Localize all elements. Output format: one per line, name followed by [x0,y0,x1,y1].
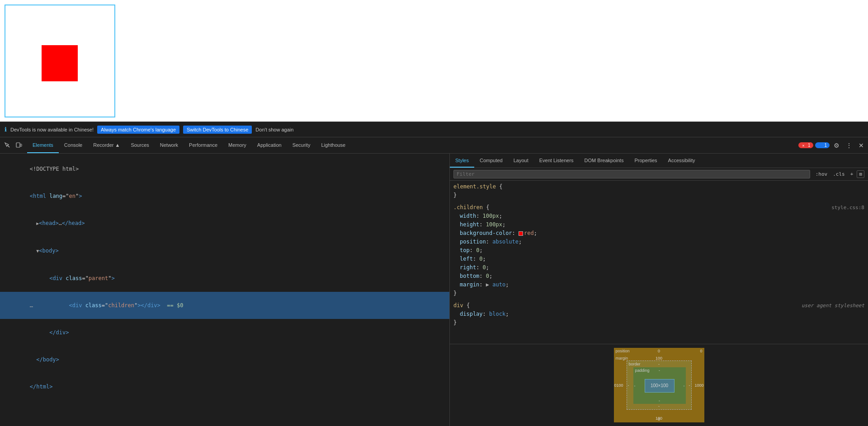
dom-div-children[interactable]: … <div class="children"></div> == $0 [0,292,449,319]
prop-margin[interactable]: margin: ▶ auto; [453,281,864,289]
children-style-block: .children { style.css:8 width: 100px; he… [453,203,864,298]
svg-rect-2 [20,144,22,146]
filter-options: :hov .cls + ⊞ [814,170,864,178]
dom-html[interactable]: <html lang="en"> [0,183,449,210]
svg-rect-1 [16,143,20,147]
styles-tab-computed[interactable]: Computed [474,154,508,168]
info-icon: ℹ [5,126,7,133]
children-selector-line: .children { style.css:8 [453,203,864,212]
browser-preview [0,0,868,122]
padding-bottom-val: - [659,398,660,403]
warning-badge: 1 [815,142,830,148]
devtools-right-icons: ✕ 1 1 ⚙ ⋮ ✕ [798,140,866,150]
svg-text:✕: ✕ [802,144,805,147]
dom-body-close[interactable]: </body> [0,346,449,373]
dom-panel: <!DOCTYPE html> <html lang="en"> ▶<head>… [0,154,450,426]
filter-cls-button[interactable]: .cls [831,171,847,178]
prop-display[interactable]: display: block; [453,310,864,318]
prop-bottom[interactable]: bottom: 0; [453,272,864,281]
styles-filter-bar: :hov .cls + ⊞ [450,168,868,181]
box-border-layer: border - - - - padding - - - - 100×100 [627,360,692,410]
filter-expand-button[interactable]: ⊞ [857,170,864,178]
dom-doctype[interactable]: <!DOCTYPE html> [0,155,449,183]
element-style-close: } [453,191,864,200]
devtools-body: <!DOCTYPE html> <html lang="en"> ▶<head>… [0,154,868,426]
styles-tab-styles[interactable]: Styles [450,154,474,168]
filter-hov-button[interactable]: :hov [814,171,830,178]
pos-left-val: 0 [614,383,617,388]
tab-security[interactable]: Security [287,137,316,153]
div-style-block: div { user agent stylesheet display: blo… [453,301,864,327]
element-style-selector: element.style { [453,183,864,191]
always-match-button[interactable]: Always match Chrome's language [97,126,179,134]
styles-tab-event-listeners[interactable]: Event Listeners [534,154,579,168]
filter-plus-button[interactable]: + [849,171,855,178]
margin-left-val: 100 [617,383,623,388]
prop-left[interactable]: left: 0; [453,255,864,263]
error-badge: ✕ 1 [798,142,813,148]
border-left-val: - [628,383,629,388]
styles-tab-properties[interactable]: Properties [629,154,662,168]
styles-tab-dom-breakpoints[interactable]: DOM Breakpoints [579,154,629,168]
styles-tab-accessibility[interactable]: Accessibility [663,154,701,168]
notification-bar: ℹ DevTools is now available in Chinese! … [0,122,868,137]
dom-html-close[interactable]: </html> [0,373,449,400]
styles-filter-input[interactable] [453,170,810,178]
content-size: 100×100 [651,383,668,388]
prop-right[interactable]: right: 0; [453,263,864,272]
tab-lighthouse[interactable]: Lighthouse [316,137,351,153]
settings-button[interactable]: ⚙ [831,140,842,150]
styles-tabs: Styles Computed Layout Event Listeners D… [450,154,868,168]
tab-sources[interactable]: Sources [125,137,154,153]
switch-devtools-button[interactable]: Switch DevTools to Chinese [183,126,252,134]
box-model: position 0 margin 100 100 100 100 0 0 0 … [450,344,868,426]
tab-application[interactable]: Application [252,137,287,153]
position-val: 0 [700,349,702,353]
border-right-val: - [689,383,690,388]
padding-right-val: - [684,384,685,388]
close-devtools-button[interactable]: ✕ [856,140,866,150]
prop-top[interactable]: top: 0; [453,246,864,255]
tab-recorder[interactable]: Recorder ▲ [88,137,125,153]
prop-height[interactable]: height: 100px; [453,220,864,229]
dom-body[interactable]: ▼<body> [0,237,449,265]
tab-network[interactable]: Network [155,137,184,153]
styles-content: element.style { } .children { style.css:… [450,181,868,344]
dont-show-button[interactable]: Don't show again [255,127,293,132]
styles-tab-layout[interactable]: Layout [508,154,534,168]
svg-marker-5 [818,144,822,147]
inspect-element-button[interactable] [2,140,13,151]
children-close: } [453,289,864,298]
tab-performance[interactable]: Performance [184,137,223,153]
pos-top-val: 0 [658,349,660,353]
tab-console[interactable]: Console [59,137,88,153]
devtools-toolbar: Elements Console Recorder ▲ Sources Netw… [0,137,868,154]
margin-label: margin [616,356,628,360]
svg-line-0 [8,145,9,147]
box-content: 100×100 [645,379,675,393]
device-toggle-button[interactable] [14,140,24,151]
tab-memory[interactable]: Memory [223,137,252,153]
pos-right-val: 0 [701,383,703,388]
dom-div-parent[interactable]: <div class="parent"> [0,265,449,292]
styles-panel: Styles Computed Layout Event Listeners D… [450,154,868,426]
preview-frame [5,5,115,117]
notification-text: DevTools is now available in Chinese! [10,127,94,132]
children-source: style.css:8 [831,203,864,212]
margin-right-val: 100 [694,383,701,388]
dom-tree: <!DOCTYPE html> <html lang="en"> ▶<head>… [0,154,449,426]
padding-top-val: - [659,368,660,373]
color-swatch-red [519,231,523,236]
margin-top-val: 100 [656,356,662,360]
dom-head[interactable]: ▶<head>…</head> [0,210,449,237]
prop-background-color[interactable]: background-color: red; [453,229,864,238]
div-source: user agent stylesheet [802,301,864,310]
padding-label: padding [635,368,650,373]
prop-position[interactable]: position: absolute; [453,238,864,246]
div-selector-line: div { user agent stylesheet [453,301,864,310]
tab-elements[interactable]: Elements [27,137,59,153]
more-options-button[interactable]: ⋮ [844,140,854,150]
padding-left-val: - [634,384,636,388]
dom-div-close[interactable]: </div> [0,319,449,346]
prop-width[interactable]: width: 100px; [453,212,864,220]
